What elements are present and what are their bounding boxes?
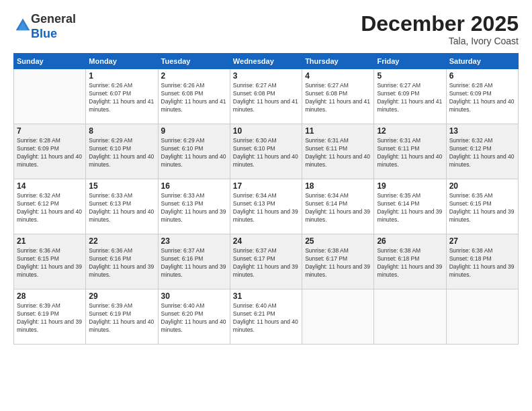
table-row: 8Sunrise: 6:29 AMSunset: 6:10 PMDaylight… (86, 124, 158, 179)
logo-icon (15, 17, 31, 34)
day-info: Sunrise: 6:39 AMSunset: 6:19 PMDaylight:… (17, 302, 83, 334)
day-number: 21 (17, 236, 83, 246)
table-row: 11Sunrise: 6:31 AMSunset: 6:11 PMDayligh… (302, 124, 374, 179)
day-number: 20 (449, 181, 515, 191)
day-info: Sunrise: 6:30 AMSunset: 6:10 PMDaylight:… (233, 137, 299, 169)
table-row: 29Sunrise: 6:39 AMSunset: 6:19 PMDayligh… (86, 289, 158, 345)
day-info: Sunrise: 6:38 AMSunset: 6:18 PMDaylight:… (449, 247, 515, 279)
table-row: 6Sunrise: 6:28 AMSunset: 6:09 PMDaylight… (446, 69, 518, 124)
day-number: 22 (89, 236, 154, 246)
day-info: Sunrise: 6:40 AMSunset: 6:21 PMDaylight:… (233, 302, 299, 334)
weekday-header-row: Sunday Monday Tuesday Wednesday Thursday… (14, 54, 519, 69)
page: General Blue December 2025 Tala, Ivory C… (0, 0, 532, 411)
table-row: 26Sunrise: 6:38 AMSunset: 6:18 PMDayligh… (374, 234, 446, 289)
day-number: 9 (161, 126, 227, 136)
day-info: Sunrise: 6:28 AMSunset: 6:09 PMDaylight:… (449, 82, 515, 114)
header-monday: Monday (86, 54, 158, 69)
table-row (302, 289, 374, 345)
day-info: Sunrise: 6:27 AMSunset: 6:08 PMDaylight:… (305, 82, 371, 114)
day-info: Sunrise: 6:34 AMSunset: 6:14 PMDaylight:… (305, 192, 371, 224)
table-row: 9Sunrise: 6:29 AMSunset: 6:10 PMDaylight… (158, 124, 230, 179)
day-number: 29 (89, 291, 154, 301)
day-number: 2 (161, 71, 227, 81)
calendar-week-row: 1Sunrise: 6:26 AMSunset: 6:07 PMDaylight… (14, 69, 519, 124)
day-number: 30 (161, 291, 227, 301)
day-info: Sunrise: 6:33 AMSunset: 6:13 PMDaylight:… (89, 192, 154, 224)
title-section: December 2025 Tala, Ivory Coast (361, 12, 519, 46)
header-tuesday: Tuesday (158, 54, 230, 69)
header-sunday: Sunday (14, 54, 86, 69)
day-info: Sunrise: 6:26 AMSunset: 6:08 PMDaylight:… (161, 82, 227, 114)
header: General Blue December 2025 Tala, Ivory C… (13, 12, 519, 46)
day-info: Sunrise: 6:31 AMSunset: 6:11 PMDaylight:… (377, 137, 443, 169)
table-row: 18Sunrise: 6:34 AMSunset: 6:14 PMDayligh… (302, 179, 374, 234)
day-info: Sunrise: 6:27 AMSunset: 6:09 PMDaylight:… (377, 82, 443, 114)
day-info: Sunrise: 6:38 AMSunset: 6:17 PMDaylight:… (305, 247, 371, 279)
table-row: 3Sunrise: 6:27 AMSunset: 6:08 PMDaylight… (230, 69, 302, 124)
month-title: December 2025 (361, 12, 519, 36)
table-row: 12Sunrise: 6:31 AMSunset: 6:11 PMDayligh… (374, 124, 446, 179)
logo-general-text: General (31, 12, 76, 26)
day-number: 3 (233, 71, 299, 81)
table-row (446, 289, 518, 345)
day-number: 13 (449, 126, 515, 136)
table-row: 1Sunrise: 6:26 AMSunset: 6:07 PMDaylight… (86, 69, 158, 124)
table-row: 4Sunrise: 6:27 AMSunset: 6:08 PMDaylight… (302, 69, 374, 124)
day-info: Sunrise: 6:39 AMSunset: 6:19 PMDaylight:… (89, 302, 154, 334)
header-saturday: Saturday (446, 54, 518, 69)
day-number: 8 (89, 126, 154, 136)
day-number: 18 (305, 181, 371, 191)
table-row: 10Sunrise: 6:30 AMSunset: 6:10 PMDayligh… (230, 124, 302, 179)
table-row: 19Sunrise: 6:35 AMSunset: 6:14 PMDayligh… (374, 179, 446, 234)
table-row: 16Sunrise: 6:33 AMSunset: 6:13 PMDayligh… (158, 179, 230, 234)
table-row: 27Sunrise: 6:38 AMSunset: 6:18 PMDayligh… (446, 234, 518, 289)
day-info: Sunrise: 6:27 AMSunset: 6:08 PMDaylight:… (233, 82, 299, 114)
day-number: 1 (89, 71, 154, 81)
table-row: 14Sunrise: 6:32 AMSunset: 6:12 PMDayligh… (14, 179, 86, 234)
day-number: 23 (161, 236, 227, 246)
table-row: 17Sunrise: 6:34 AMSunset: 6:13 PMDayligh… (230, 179, 302, 234)
calendar: Sunday Monday Tuesday Wednesday Thursday… (13, 53, 519, 345)
day-info: Sunrise: 6:38 AMSunset: 6:18 PMDaylight:… (377, 247, 443, 279)
header-thursday: Thursday (302, 54, 374, 69)
day-info: Sunrise: 6:29 AMSunset: 6:10 PMDaylight:… (161, 137, 227, 169)
day-number: 31 (233, 291, 299, 301)
day-number: 11 (305, 126, 371, 136)
day-number: 12 (377, 126, 443, 136)
day-info: Sunrise: 6:37 AMSunset: 6:17 PMDaylight:… (233, 247, 299, 279)
day-number: 10 (233, 126, 299, 136)
calendar-week-row: 21Sunrise: 6:36 AMSunset: 6:15 PMDayligh… (14, 234, 519, 289)
day-number: 14 (17, 181, 83, 191)
day-info: Sunrise: 6:32 AMSunset: 6:12 PMDaylight:… (449, 137, 515, 169)
day-info: Sunrise: 6:35 AMSunset: 6:14 PMDaylight:… (377, 192, 443, 224)
day-number: 7 (17, 126, 83, 136)
day-info: Sunrise: 6:28 AMSunset: 6:09 PMDaylight:… (17, 137, 83, 169)
day-number: 4 (305, 71, 371, 81)
header-friday: Friday (374, 54, 446, 69)
table-row: 15Sunrise: 6:33 AMSunset: 6:13 PMDayligh… (86, 179, 158, 234)
day-number: 16 (161, 181, 227, 191)
table-row: 23Sunrise: 6:37 AMSunset: 6:16 PMDayligh… (158, 234, 230, 289)
table-row (374, 289, 446, 345)
day-number: 15 (89, 181, 154, 191)
day-number: 27 (449, 236, 515, 246)
table-row: 7Sunrise: 6:28 AMSunset: 6:09 PMDaylight… (14, 124, 86, 179)
day-number: 28 (17, 291, 83, 301)
table-row: 24Sunrise: 6:37 AMSunset: 6:17 PMDayligh… (230, 234, 302, 289)
table-row (14, 69, 86, 124)
day-info: Sunrise: 6:40 AMSunset: 6:20 PMDaylight:… (161, 302, 227, 334)
day-info: Sunrise: 6:29 AMSunset: 6:10 PMDaylight:… (89, 137, 154, 169)
day-info: Sunrise: 6:37 AMSunset: 6:16 PMDaylight:… (161, 247, 227, 279)
day-info: Sunrise: 6:32 AMSunset: 6:12 PMDaylight:… (17, 192, 83, 224)
day-number: 26 (377, 236, 443, 246)
day-number: 24 (233, 236, 299, 246)
day-number: 25 (305, 236, 371, 246)
day-info: Sunrise: 6:26 AMSunset: 6:07 PMDaylight:… (89, 82, 154, 114)
day-number: 19 (377, 181, 443, 191)
logo: General Blue (13, 12, 76, 41)
table-row: 30Sunrise: 6:40 AMSunset: 6:20 PMDayligh… (158, 289, 230, 345)
logo-blue-text: Blue (31, 27, 57, 40)
day-info: Sunrise: 6:33 AMSunset: 6:13 PMDaylight:… (161, 192, 227, 224)
table-row: 21Sunrise: 6:36 AMSunset: 6:15 PMDayligh… (14, 234, 86, 289)
table-row: 20Sunrise: 6:35 AMSunset: 6:15 PMDayligh… (446, 179, 518, 234)
